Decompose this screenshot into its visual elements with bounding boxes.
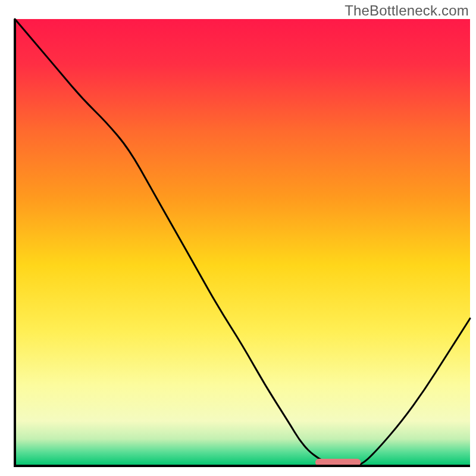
chart-canvas xyxy=(0,0,476,476)
chart-background xyxy=(15,19,470,466)
watermark-label: TheBottleneck.com xyxy=(345,2,469,19)
